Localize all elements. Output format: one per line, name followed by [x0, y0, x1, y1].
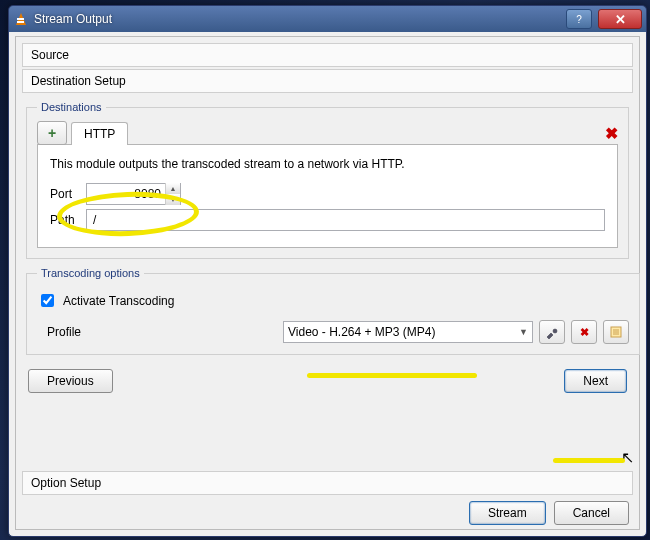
stream-button[interactable]: Stream — [469, 501, 546, 525]
destinations-group: Destinations + HTTP ✖ This module output… — [26, 101, 629, 259]
new-profile-icon — [609, 325, 623, 339]
port-input[interactable] — [87, 187, 165, 201]
activate-transcoding-label: Activate Transcoding — [63, 294, 174, 308]
path-row: Path — [50, 209, 605, 231]
path-label: Path — [50, 213, 80, 227]
port-row: Port ▲ ▼ — [50, 183, 605, 205]
port-step-up[interactable]: ▲ — [166, 183, 180, 194]
profile-selected: Video - H.264 + MP3 (MP4) — [288, 325, 436, 339]
option-setup-header[interactable]: Option Setup — [22, 471, 633, 495]
chevron-down-icon: ▼ — [519, 327, 528, 337]
tab-http[interactable]: HTTP — [71, 122, 128, 145]
next-button[interactable]: Next — [564, 369, 627, 393]
previous-button[interactable]: Previous — [28, 369, 113, 393]
dialog-window: Stream Output ? ✕ Source Destination Set… — [8, 5, 647, 537]
profile-combobox[interactable]: Video - H.264 + MP3 (MP4) ▼ — [283, 321, 533, 343]
cancel-button[interactable]: Cancel — [554, 501, 629, 525]
vlc-cone-icon — [13, 12, 28, 27]
profile-row: Profile Video - H.264 + MP3 (MP4) ▼ ✖ — [37, 320, 629, 344]
http-description: This module outputs the transcoded strea… — [50, 157, 605, 171]
window-title: Stream Output — [34, 12, 560, 26]
profile-label: Profile — [37, 325, 97, 339]
dialog-buttons: Stream Cancel — [469, 501, 629, 525]
edit-profile-button[interactable] — [539, 320, 565, 344]
client-area: Source Destination Setup Destinations + … — [15, 36, 640, 530]
port-label: Port — [50, 187, 80, 201]
transcoding-group: Transcoding options Activate Transcoding… — [26, 267, 640, 355]
port-spinner[interactable]: ▲ ▼ — [86, 183, 181, 205]
new-profile-button[interactable] — [603, 320, 629, 344]
activate-transcoding-row: Activate Transcoding — [37, 291, 629, 310]
destination-setup-header[interactable]: Destination Setup — [22, 69, 633, 93]
source-section-header[interactable]: Source — [22, 43, 633, 67]
http-tab-pane: This module outputs the transcoded strea… — [37, 144, 618, 248]
port-step-down[interactable]: ▼ — [166, 194, 180, 205]
transcoding-legend: Transcoding options — [37, 267, 144, 279]
help-button[interactable]: ? — [566, 9, 592, 29]
add-destination-button[interactable]: + — [37, 121, 67, 145]
destinations-legend: Destinations — [37, 101, 106, 113]
destination-tabs: + HTTP ✖ — [37, 121, 618, 145]
titlebar[interactable]: Stream Output ? ✕ — [9, 6, 646, 32]
path-input[interactable] — [86, 209, 605, 231]
activate-transcoding-checkbox[interactable] — [41, 294, 54, 307]
tools-icon — [545, 325, 559, 339]
delete-profile-button[interactable]: ✖ — [571, 320, 597, 344]
remove-destination-button[interactable]: ✖ — [605, 124, 618, 143]
wizard-nav: Previous Next — [16, 363, 639, 399]
close-window-button[interactable]: ✕ — [598, 9, 642, 29]
